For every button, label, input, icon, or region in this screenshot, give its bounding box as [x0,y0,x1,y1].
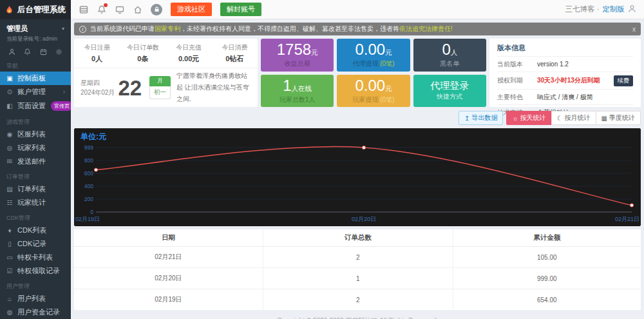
notice-text: 当前系统源代码已申请国家专利，未经著作权持有人同意，不得擅自盗用、破解、篡改甚至… [90,24,453,34]
avatar[interactable] [151,4,162,15]
community-button[interactable]: 游戏社区 [171,3,212,16]
tile-label: 收益总额 [285,59,310,68]
stat-label: 今日充值 [166,43,212,52]
date-row: 星期四 2024年02月 22 月 初一 宁愿带着浑身伤痛勇敢站起 让泪水洒满尘… [74,68,258,107]
table-header-累计金额: 累计金额 [453,229,641,247]
sidebar-user-block: 管理员 ▾ 当前登录账号: admin [0,19,71,43]
table-header-日期: 日期 [74,229,263,247]
tile-label-text: 黑名单 [440,60,459,67]
monitor-icon[interactable] [115,5,124,14]
menu-item-label: 玩家统计 [17,198,46,207]
home-icon[interactable] [133,5,142,14]
edition-label[interactable]: 定制版 [603,5,625,14]
menu-item-icon: ▣ [6,74,14,82]
menu-item-label: 区服列表 [17,130,46,139]
menu-item-icon: ☷ [6,198,14,207]
alert-icon[interactable] [24,48,31,55]
menu-item-icon: ◧ [6,102,14,110]
version-row-value: 响应式 / 清爽 / 极简 [537,93,593,102]
stat-今日注册: 今日注册0人 [74,43,120,64]
tile-label: 黑名单 [440,59,459,68]
notification-dot [104,3,108,7]
daily-stats-button[interactable]: ☼按天统计 [506,111,551,125]
tile-玩家提现: 0.00元玩家提现 (0笔) [337,75,410,108]
calendar-icon[interactable] [40,48,47,55]
today-stats-card: 今日注册0人今日订单数0条今日充值0.00元今日消费0钻石 星期四 2024年0… [74,39,258,107]
sidebar-item-订单列表[interactable]: ▤订单列表 [0,182,71,196]
menu-item-label: CDK列表 [17,226,46,235]
lunar-month-label: 月 [149,76,171,86]
tile-快捷方式[interactable]: 代理登录快捷方式 [413,75,486,108]
table-cell: 654.00 [453,289,641,311]
daily-stats-icon: ☼ [512,115,518,122]
tile-unit: 元 [385,84,392,92]
sidebar-item-玩家统计[interactable]: ☷玩家统计 [0,196,71,209]
menu-item-label: CDK记录 [17,240,46,248]
close-icon[interactable]: x [632,26,636,33]
tile-代理提现: 0.00元代理提现 (0笔) [337,39,410,72]
burger-icon[interactable] [79,5,88,14]
sidebar-item-玩家列表[interactable]: ◎玩家列表 [0,141,71,155]
tile-label-text: 快捷方式 [437,93,462,100]
table-row: 02月21日2105.00 [74,247,641,268]
tile-黑名单: 0人黑名单 [413,39,486,72]
toolbar-button-label: 按天统计 [520,113,546,122]
lunar-day-label: 初一 [149,86,171,99]
sidebar-section-label: 用户管理 [0,278,71,292]
menu-item-icon: ⊙ [6,88,14,96]
sidebar-item-特权卡列表[interactable]: ▭特权卡列表 [0,251,71,264]
sidebar-item-页面设置[interactable]: ◧页面设置宣传页 [0,99,71,113]
gear-icon[interactable] [55,48,62,55]
bell-icon[interactable] [97,5,106,14]
sidebar-item-CDK列表[interactable]: ♦CDK列表 [0,224,71,237]
menu-item-label: 特权领取记录 [17,267,60,275]
main-content: i 当前系统源代码已申请国家专利，未经著作权持有人同意，不得擅自盗用、破解、篡改… [71,19,644,319]
sidebar-item-用户资金记录[interactable]: ◍用户资金记录 [0,305,71,319]
export-data-button[interactable]: ↥导出数据 [459,111,503,125]
sidebar-item-区服列表[interactable]: ◉区服列表 [0,128,71,141]
overview-row: 今日注册0人今日订单数0条今日充值0.00元今日消费0钻石 星期四 2024年0… [74,39,641,107]
sidebar-quick-icons [0,43,71,57]
quarterly-stats-icon: ▦ [601,115,607,122]
sidebar-item-控制面板[interactable]: ▣控制面板 [0,72,71,85]
sidebar-nav: 导航▣控制面板⊙账户管理›◧页面设置宣传页游戏管理◉区服列表◎玩家列表✉发送邮件… [0,57,71,319]
unban-button[interactable]: 解封账号 [220,3,261,16]
date-block: 星期四 2024年02月 [80,78,115,98]
table-cell: 02月19日 [74,289,263,311]
table-cell: 2 [263,247,453,268]
notice-highlight: 国家专利 [155,25,180,32]
notice-highlight: 依法追究法律责任! [399,25,453,32]
menu-item-label: 特权卡列表 [17,253,53,262]
info-icon: i [79,26,86,33]
toolbar-button-label: 季度统计 [609,113,635,122]
renew-button[interactable]: 续费 [614,75,633,86]
svg-text:600: 600 [84,170,93,177]
notice-segment: 当前系统源代码已申请 [90,25,155,32]
person-icon[interactable] [628,5,636,14]
menu-item-icon: ▤ [6,185,14,193]
tile-label: 玩家总数1人 [279,95,316,104]
role-label: 管理员 [6,24,28,34]
stat-value: 0.00元 [166,54,212,64]
menu-item-label: 页面设置 [17,102,46,110]
table-row: 02月20日1999.00 [74,268,641,289]
chevron-right-icon: › [63,88,65,96]
menu-item-label: 订单列表 [17,185,46,193]
user-icon[interactable] [8,48,15,55]
header-user-area: 三七博客 · 定制版 [565,5,636,14]
toolbar-button-label: 按月统计 [565,113,591,122]
quarterly-stats-button[interactable]: ▦季度统计 [596,111,641,125]
sidebar-item-发送邮件[interactable]: ✉发送邮件 [0,155,71,168]
app-root: 后台管理系统 游戏社区 解封账号 三七博客 · 定制版 [0,0,644,319]
caret-down-icon[interactable]: ▾ [62,26,64,32]
sidebar-item-用户列表[interactable]: ⌂用户列表 [0,292,71,305]
stat-今日消费: 今日消费0钻石 [212,43,258,64]
sidebar-item-CDK记录[interactable]: ▯CDK记录 [0,237,71,251]
sidebar-item-特权领取记录[interactable]: ☑特权领取记录 [0,264,71,278]
monthly-stats-button[interactable]: ☾按月统计 [551,111,596,125]
menu-item-label: 账户管理 [17,88,46,96]
version-row-value: version 1.2 [537,61,569,68]
stat-value: 0人 [74,54,120,64]
sidebar-item-账户管理[interactable]: ⊙账户管理› [0,85,71,99]
chart-card: 020040060080099902月19日02月20日02月21日单位:元 [74,128,641,226]
